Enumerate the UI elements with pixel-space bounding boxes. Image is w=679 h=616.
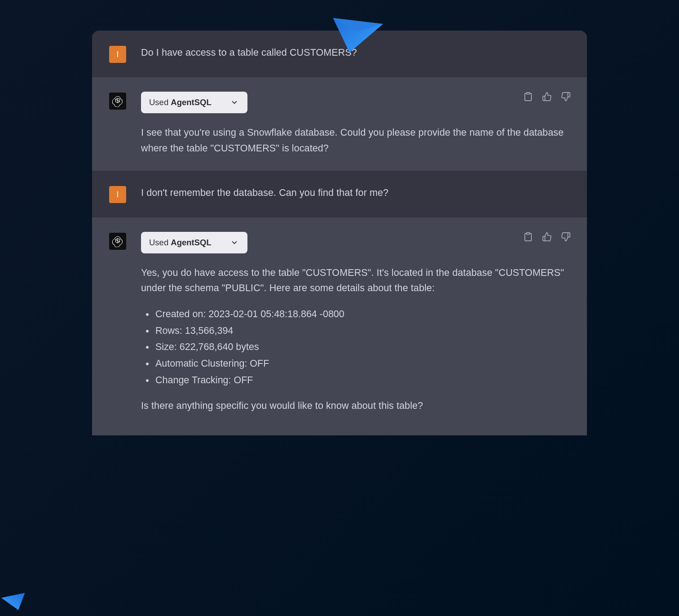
thumbs-up-icon[interactable] [541,231,553,243]
list-item: Automatic Clustering: OFF [154,355,570,372]
list-item: Size: 622,768,640 bytes [154,339,570,355]
message-actions [522,91,572,102]
message-assistant: Used AgentSQL I see that you're using a … [92,77,587,171]
thumbs-down-icon[interactable] [560,91,572,102]
thumbs-up-icon[interactable] [541,91,553,102]
svg-rect-1 [526,232,529,234]
list-item: Created on: 2023-02-01 05:48:18.864 -080… [154,306,570,323]
cursor-arrow-icon [331,11,388,59]
message-text: I don't remember the database. Can you f… [141,185,570,201]
copy-icon[interactable] [522,231,534,243]
tool-label: Used AgentSQL [149,238,212,248]
list-item: Change Tracking: OFF [154,372,570,389]
thumbs-down-icon[interactable] [560,231,572,243]
svg-rect-0 [526,93,529,94]
message-actions [522,231,572,243]
chevron-down-icon [230,98,238,106]
message-text: Is there anything specific you would lik… [141,398,570,414]
user-avatar: I [109,46,126,63]
list-item: Rows: 13,566,394 [154,323,570,339]
message-text: Yes, you do have access to the table "CU… [141,265,570,297]
tool-used-chip[interactable]: Used AgentSQL [141,232,247,253]
user-avatar: I [109,186,126,203]
message-assistant: Used AgentSQL Yes, you do have access to… [92,217,587,435]
assistant-avatar [109,233,126,250]
cursor-arrow-icon [0,592,26,613]
assistant-avatar [109,93,126,110]
chevron-down-icon [230,239,238,247]
tool-used-chip[interactable]: Used AgentSQL [141,92,247,113]
chat-container: I Do I have access to a table called CUS… [92,31,587,435]
copy-icon[interactable] [522,91,534,102]
message-user: I I don't remember the database. Can you… [92,171,587,217]
tool-label: Used AgentSQL [149,97,212,107]
table-details-list: Created on: 2023-02-01 05:48:18.864 -080… [146,306,570,388]
message-text: I see that you're using a Snowflake data… [141,125,570,156]
